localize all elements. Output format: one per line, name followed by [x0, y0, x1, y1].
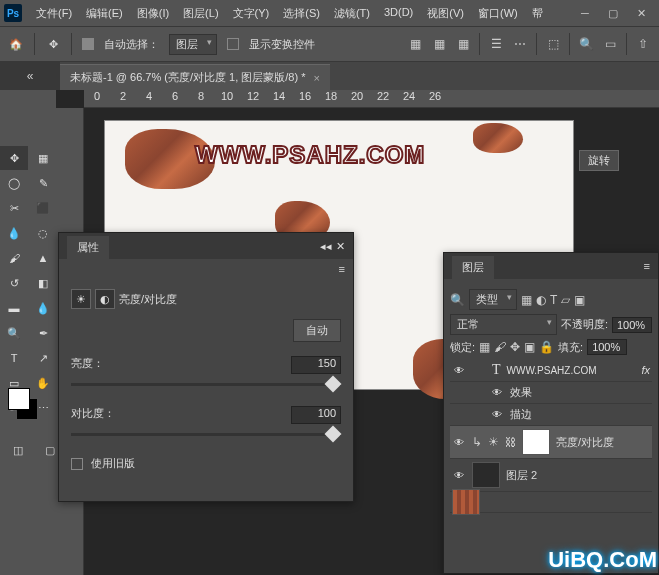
path-tool[interactable]: ↗ — [29, 346, 57, 370]
document-tab[interactable]: 未标题-1 @ 66.7% (亮度/对比度 1, 图层蒙版/8) * × — [60, 64, 330, 90]
layers-tab[interactable]: 图层 — [452, 256, 494, 279]
panel-collapse-strip[interactable]: « — [0, 62, 60, 90]
filter-smart-icon[interactable]: ▣ — [574, 293, 585, 307]
show-transform-checkbox[interactable] — [227, 38, 239, 50]
menu-image[interactable]: 图像(I) — [131, 2, 175, 25]
move-tool-icon[interactable]: ✥ — [45, 36, 61, 52]
menu-help[interactable]: 帮 — [526, 2, 549, 25]
visibility-icon[interactable]: 👁 — [452, 435, 466, 449]
menu-edit[interactable]: 编辑(E) — [80, 2, 129, 25]
layer-row-adjustment[interactable]: 👁 ↳ ☀ ⛓ 亮度/对比度 — [450, 426, 652, 459]
menu-view[interactable]: 视图(V) — [421, 2, 470, 25]
close-panel-icon[interactable]: ✕ — [336, 240, 345, 253]
layer-row-text[interactable]: 👁 T WWW.PSAHZ.COM fx — [450, 359, 652, 382]
crop-tool[interactable]: ✂ — [0, 196, 28, 220]
quick-select-tool[interactable]: ✎ — [29, 171, 57, 195]
eraser-tool[interactable]: ◧ — [29, 271, 57, 295]
filter-shape-icon[interactable]: ▱ — [561, 293, 570, 307]
eyedropper-tool[interactable]: 💧 — [0, 221, 28, 245]
menu-select[interactable]: 选择(S) — [277, 2, 326, 25]
lasso-tool[interactable]: ◯ — [0, 171, 28, 195]
menu-window[interactable]: 窗口(W) — [472, 2, 524, 25]
ruler-horizontal: 024 6810 121416 182022 2426 — [84, 90, 659, 108]
layer-row-brick[interactable]: 👁 — [450, 492, 652, 513]
patch-tool[interactable]: ◌ — [29, 221, 57, 245]
menu-text[interactable]: 文字(Y) — [227, 2, 276, 25]
legacy-label: 使用旧版 — [91, 456, 135, 471]
history-brush-tool[interactable]: ↺ — [0, 271, 28, 295]
pen-tool[interactable]: ✒ — [29, 321, 57, 345]
lock-artboard-icon[interactable]: ▣ — [524, 340, 535, 354]
properties-tab[interactable]: 属性 — [67, 236, 109, 259]
close-button[interactable]: ✕ — [627, 3, 655, 23]
fill-input[interactable] — [587, 339, 627, 355]
dodge-tool[interactable]: 🔍 — [0, 321, 28, 345]
stamp-tool[interactable]: ▲ — [29, 246, 57, 270]
move-tool[interactable]: ✥ — [0, 146, 28, 170]
brightness-slider[interactable] — [71, 378, 341, 392]
distribute-icon[interactable]: ☰ — [488, 36, 504, 52]
color-swatches[interactable] — [8, 388, 60, 420]
search-icon[interactable]: 🔍 — [578, 36, 594, 52]
align-right-icon[interactable]: ▦ — [455, 36, 471, 52]
layer-row-2[interactable]: 👁 图层 2 — [450, 459, 652, 492]
menu-filter[interactable]: 滤镜(T) — [328, 2, 376, 25]
opacity-input[interactable] — [612, 317, 652, 333]
legacy-checkbox[interactable] — [71, 458, 83, 470]
collapse-icon[interactable]: ◂◂ — [320, 240, 332, 253]
filter-text-icon[interactable]: T — [550, 293, 557, 307]
maximize-button[interactable]: ▢ — [599, 3, 627, 23]
foreground-swatch[interactable] — [8, 388, 30, 410]
arrange-icon[interactable]: ▭ — [602, 36, 618, 52]
layer-name: 图层 2 — [506, 468, 537, 483]
lock-move-icon[interactable]: ✥ — [510, 340, 520, 354]
lock-brush-icon[interactable]: 🖌 — [494, 340, 506, 354]
layer-row-stroke[interactable]: 👁 描边 — [450, 404, 652, 426]
more-icon[interactable]: ⋯ — [512, 36, 528, 52]
link-icon[interactable]: ⛓ — [505, 436, 516, 448]
brightness-value[interactable]: 150 — [291, 356, 341, 374]
lock-all-icon[interactable]: 🔒 — [539, 340, 554, 354]
3d-mode-icon[interactable]: ⬚ — [545, 36, 561, 52]
stroke-label: 描边 — [510, 407, 532, 422]
align-center-icon[interactable]: ▦ — [431, 36, 447, 52]
fx-badge[interactable]: fx — [641, 364, 650, 376]
contrast-slider[interactable] — [71, 428, 341, 442]
contrast-value[interactable]: 100 — [291, 406, 341, 424]
filter-pixel-icon[interactable]: ▦ — [521, 293, 532, 307]
layer-row-effects[interactable]: 👁 效果 — [450, 382, 652, 404]
menu-3d[interactable]: 3D(D) — [378, 2, 419, 25]
home-icon[interactable]: 🏠 — [8, 36, 24, 52]
filter-adj-icon[interactable]: ◐ — [536, 293, 546, 307]
layer-thumbnail[interactable] — [452, 489, 480, 515]
menu-layer[interactable]: 图层(L) — [177, 2, 224, 25]
layer-thumbnail[interactable] — [472, 462, 500, 488]
text-tool[interactable]: T — [0, 346, 28, 370]
panel-menu-icon[interactable]: ≡ — [339, 263, 345, 275]
brightness-contrast-icon: ☀ — [71, 289, 91, 309]
quick-mask-icon[interactable]: ◫ — [4, 438, 32, 462]
visibility-icon[interactable]: 👁 — [452, 468, 466, 482]
close-tab-icon[interactable]: × — [314, 72, 320, 84]
share-icon[interactable]: ⇧ — [635, 36, 651, 52]
auto-select-target[interactable]: 图层 — [169, 34, 217, 55]
visibility-icon[interactable]: 👁 — [490, 386, 504, 400]
lock-label: 锁定: — [450, 340, 475, 355]
panel-menu-icon[interactable]: ≡ — [644, 260, 650, 272]
lock-pixels-icon[interactable]: ▦ — [479, 340, 490, 354]
visibility-icon[interactable]: 👁 — [490, 408, 504, 422]
auto-select-checkbox[interactable] — [82, 38, 94, 50]
marquee-tool[interactable]: ▦ — [29, 146, 57, 170]
align-left-icon[interactable]: ▦ — [407, 36, 423, 52]
layer-filter-type[interactable]: 类型 — [469, 289, 517, 310]
brush-tool[interactable]: 🖌 — [0, 246, 28, 270]
frame-tool[interactable]: ⬛ — [29, 196, 57, 220]
gradient-tool[interactable]: ▬ — [0, 296, 28, 320]
menu-file[interactable]: 文件(F) — [30, 2, 78, 25]
mask-thumbnail[interactable] — [522, 429, 550, 455]
minimize-button[interactable]: ─ — [571, 3, 599, 23]
blur-tool[interactable]: 💧 — [29, 296, 57, 320]
visibility-icon[interactable]: 👁 — [452, 363, 466, 377]
blend-mode-select[interactable]: 正常 — [450, 314, 557, 335]
auto-button[interactable]: 自动 — [293, 319, 341, 342]
